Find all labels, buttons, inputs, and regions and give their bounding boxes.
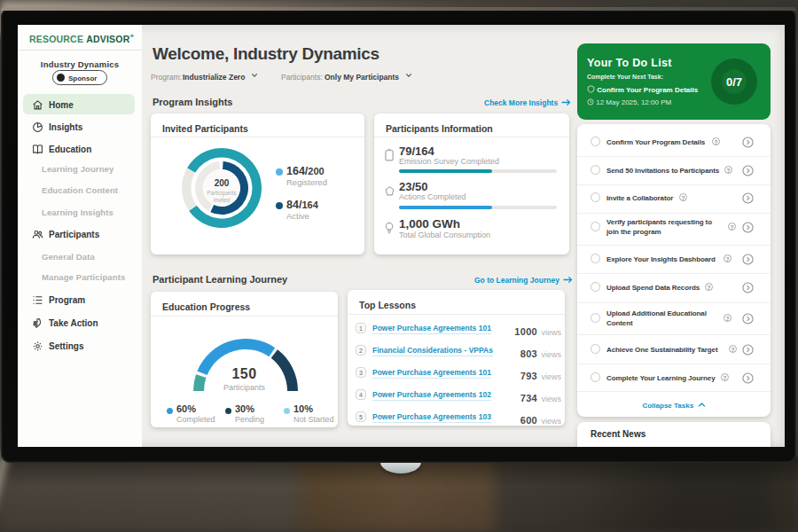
- svg-text:200: 200: [215, 178, 230, 188]
- svg-text:Invited: Invited: [214, 197, 231, 203]
